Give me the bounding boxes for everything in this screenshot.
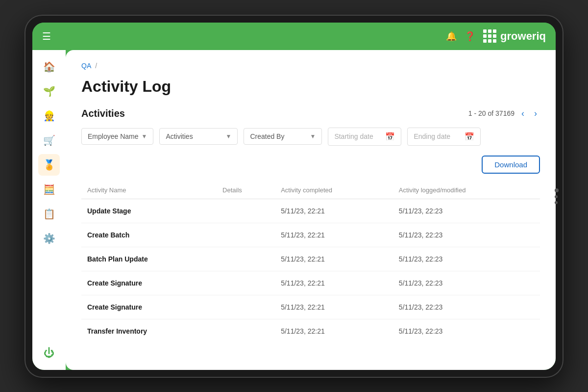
cell-activity-completed: 5/11/23, 22:21: [275, 223, 393, 247]
tablet-dot: [555, 201, 558, 204]
starting-date-input[interactable]: Starting date 📅: [328, 128, 401, 146]
starting-date-placeholder: Starting date: [334, 132, 373, 140]
brand-name: groweriq: [500, 30, 546, 43]
cell-activity-name: Create Signature: [81, 271, 217, 295]
sidebar-item-home[interactable]: 🏠: [38, 56, 60, 78]
table-row: Create Signature5/11/23, 22:215/11/23, 2…: [81, 271, 540, 295]
ending-calendar-icon: 📅: [465, 132, 474, 141]
activities-label: Activities: [166, 132, 193, 140]
cell-activity-completed: 5/11/23, 22:21: [275, 199, 393, 223]
cell-details: [217, 223, 275, 247]
filters-row: Employee Name ▼ Activities ▼ Created By …: [81, 128, 540, 146]
sidebar-item-plants[interactable]: 🌱: [38, 80, 60, 102]
employee-name-label: Employee Name: [88, 132, 139, 140]
activity-table: Activity Name Details Activity completed…: [81, 182, 540, 343]
employee-name-chevron-icon: ▼: [142, 133, 147, 140]
col-header-activity-name: Activity Name: [81, 182, 217, 199]
cell-activity-logged: 5/11/23, 22:23: [393, 247, 540, 271]
table-body: Update Stage5/11/23, 22:215/11/23, 22:23…: [81, 199, 540, 343]
breadcrumb-separator: /: [95, 62, 97, 70]
hamburger-icon[interactable]: ☰: [42, 31, 51, 42]
download-row: Download: [81, 156, 540, 174]
breadcrumb-qa-link[interactable]: QA: [81, 62, 91, 70]
table-header: Activity Name Details Activity completed…: [81, 182, 540, 199]
section-title: Activities: [81, 108, 125, 119]
main-content: QA / Activity Log Activities 1 - 20 of 3…: [66, 50, 556, 370]
sidebar-item-qa[interactable]: 🏅: [38, 154, 60, 176]
col-header-activity-logged: Activity logged/modified: [393, 182, 540, 199]
employee-name-filter[interactable]: Employee Name ▼: [81, 128, 153, 145]
cell-activity-logged: 5/11/23, 22:23: [393, 319, 540, 343]
tablet-dot: [555, 195, 558, 198]
sidebar-item-tasks[interactable]: 📋: [38, 203, 60, 225]
sidebar-item-employees[interactable]: 👷: [38, 105, 60, 127]
col-header-details: Details: [217, 182, 275, 199]
sidebar: 🏠 🌱 👷 🛒 🏅 🧮 📋 ⚙️ ⏻: [32, 50, 66, 370]
brand-grid-icon: [483, 29, 496, 43]
cell-activity-completed: 5/11/23, 22:21: [275, 247, 393, 271]
sidebar-item-reports[interactable]: 🧮: [38, 179, 60, 200]
pagination-prev-button[interactable]: ‹: [518, 107, 527, 120]
cell-activity-completed: 5/11/23, 22:21: [275, 271, 393, 295]
cell-activity-completed: 5/11/23, 22:21: [275, 319, 393, 343]
created-by-label: Created By: [250, 132, 284, 140]
table-row: Batch Plan Update5/11/23, 22:215/11/23, …: [81, 247, 540, 271]
cell-activity-name: Update Stage: [81, 199, 217, 223]
activities-filter[interactable]: Activities ▼: [159, 128, 238, 145]
bell-icon[interactable]: 🔔: [446, 31, 457, 42]
page-title: Activity Log: [81, 78, 540, 96]
cell-details: [217, 199, 275, 223]
ending-date-placeholder: Ending date: [414, 132, 450, 140]
pagination-next-button[interactable]: ›: [531, 107, 540, 120]
cell-activity-logged: 5/11/23, 22:23: [393, 271, 540, 295]
created-by-chevron-icon: ▼: [310, 133, 316, 140]
sidebar-item-inventory[interactable]: 🛒: [38, 130, 60, 151]
cell-activity-logged: 5/11/23, 22:23: [393, 223, 540, 247]
starting-calendar-icon: 📅: [385, 132, 395, 141]
created-by-filter[interactable]: Created By ▼: [244, 128, 322, 145]
cell-details: [217, 247, 275, 271]
breadcrumb: QA /: [81, 62, 540, 70]
ending-date-input[interactable]: Ending date 📅: [407, 128, 481, 146]
pagination: 1 - 20 of 37169 ‹ ›: [468, 107, 540, 120]
table-row: Create Batch5/11/23, 22:215/11/23, 22:23: [81, 223, 540, 247]
top-bar: ☰ 🔔 ❓ groweriq: [32, 23, 556, 50]
section-header: Activities 1 - 20 of 37169 ‹ ›: [81, 107, 540, 120]
cell-activity-name: Batch Plan Update: [81, 247, 217, 271]
download-button[interactable]: Download: [482, 156, 540, 174]
cell-details: [217, 271, 275, 295]
cell-activity-logged: 5/11/23, 22:23: [393, 199, 540, 223]
help-icon[interactable]: ❓: [465, 31, 475, 42]
pagination-text: 1 - 20 of 37169: [468, 109, 514, 117]
table-row: Transfer Inventory5/11/23, 22:215/11/23,…: [81, 319, 540, 343]
cell-activity-completed: 5/11/23, 22:21: [275, 295, 393, 319]
activities-chevron-icon: ▼: [226, 133, 232, 140]
table-row: Create Signature5/11/23, 22:215/11/23, 2…: [81, 295, 540, 319]
col-header-activity-completed: Activity completed: [275, 182, 393, 199]
cell-activity-name: Create Batch: [81, 223, 217, 247]
cell-details: [217, 319, 275, 343]
sidebar-item-settings[interactable]: ⚙️: [38, 228, 60, 249]
cell-activity-logged: 5/11/23, 22:23: [393, 295, 540, 319]
table-row: Update Stage5/11/23, 22:215/11/23, 22:23: [81, 199, 540, 223]
brand-logo: groweriq: [483, 29, 546, 43]
cell-details: [217, 295, 275, 319]
sidebar-item-logout[interactable]: ⏻: [38, 342, 60, 364]
cell-activity-name: Transfer Inventory: [81, 319, 217, 343]
tablet-dot: [555, 188, 559, 192]
cell-activity-name: Create Signature: [81, 295, 217, 319]
